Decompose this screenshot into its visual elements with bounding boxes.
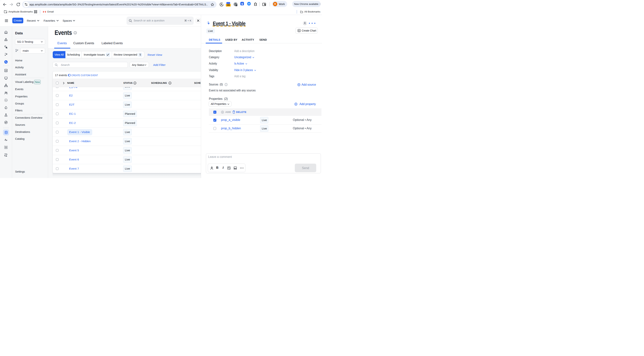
svg-text:A: A	[221, 3, 222, 6]
